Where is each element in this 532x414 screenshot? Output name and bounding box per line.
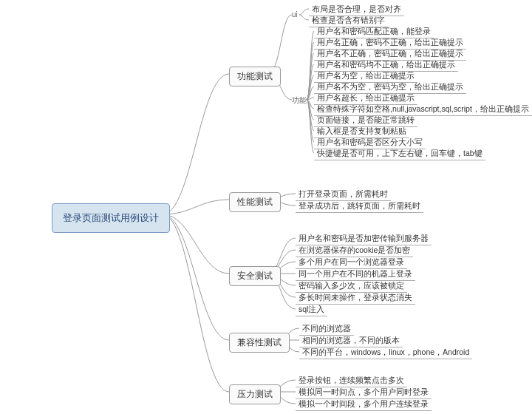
leaf-sec-2[interactable]: 多个用户在同一个浏览器登录 — [296, 257, 407, 269]
branch-security[interactable]: 安全测试 — [229, 266, 281, 286]
leaf-perf-0[interactable]: 打开登录页面，所需耗时 — [296, 189, 391, 201]
branch-stress[interactable]: 压力测试 — [229, 384, 281, 404]
leaf-sec-5[interactable]: 多长时间未操作，登录状态消失 — [296, 292, 415, 305]
leaf-sec-3[interactable]: 同一个用户在不同的机器上登录 — [296, 268, 415, 281]
branch-performance[interactable]: 性能测试 — [229, 192, 281, 212]
branch-functional[interactable]: 功能测试 — [229, 67, 281, 86]
leaf-stress-0[interactable]: 登录按钮，连续频繁点击多次 — [296, 375, 407, 387]
leaf-compat-2[interactable]: 不同的平台，windows，linux，phone，Android — [299, 347, 472, 359]
leaf-sec-0[interactable]: 用户名和密码是否加密传输到服务器 — [296, 233, 432, 245]
leaf-compat-0[interactable]: 不同的浏览器 — [299, 323, 354, 336]
leaf-stress-2[interactable]: 模拟一个时间段，多个用户连续登录 — [296, 398, 432, 411]
sublabel-func: 功能 — [292, 95, 307, 106]
root-node[interactable]: 登录页面测试用例设计 — [52, 203, 170, 233]
leaf-sec-1[interactable]: 在浏览器保存的cookie是否加密 — [296, 245, 413, 257]
leaf-sec-4[interactable]: 密码输入多少次，应该被锁定 — [296, 280, 407, 293]
sublabel-ui: ui — [292, 10, 298, 18]
leaf-perf-1[interactable]: 登录成功后，跳转页面，所需耗时 — [296, 200, 423, 213]
leaf-stress-1[interactable]: 模拟同一时间点，多个用户同时登录 — [296, 387, 432, 399]
branch-compatibility[interactable]: 兼容性测试 — [229, 333, 290, 353]
leaf-compat-1[interactable]: 相同的浏览器，不同的版本 — [299, 335, 403, 347]
leaf-func-11[interactable]: 快捷键是否可用，上下左右键，回车键，tab键 — [314, 148, 485, 160]
leaf-sec-6[interactable]: sql注入 — [296, 304, 327, 316]
